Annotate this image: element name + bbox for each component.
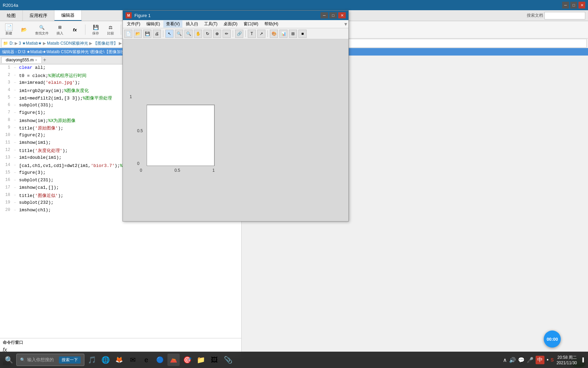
menu-view[interactable]: 查看(V) [163,20,182,28]
fig-colormap-btn[interactable]: 🎨 [270,30,278,38]
taskbar-app2-icon[interactable]: 🎯 [181,354,193,366]
fig-sep-4 [267,30,268,37]
tab-plot[interactable]: 绘图 [0,10,23,21]
x-axis-label-end: 1 [212,168,215,173]
maximize-button[interactable]: □ [570,2,577,9]
save-button[interactable]: 💾 保存 [89,22,102,37]
fig-sep-3 [245,30,246,37]
tab-editor[interactable]: 编辑器 [54,10,82,21]
new-file-button[interactable]: 📄 新建 [3,22,15,37]
axes-right-line [214,105,214,166]
taskbar-gallery-icon[interactable]: 🖼 [208,354,220,366]
fig-print-btn[interactable]: 🖨 [153,30,161,38]
taskbar-files-icon[interactable]: 📁 [195,354,207,366]
fig-sep-2 [233,30,233,37]
axes-top-line [147,105,214,105]
fig-brush-btn[interactable]: ✏ [223,30,231,38]
systray-ime[interactable]: 中 [536,356,544,364]
fig-show-legend-btn[interactable]: ■ [298,30,307,38]
plot-axes [147,105,215,166]
taskbar-ie-icon[interactable]: e [140,354,152,366]
taskbar-chrome-icon[interactable]: 🔵 [154,354,166,366]
figure1-minimize[interactable]: ─ [321,12,328,18]
fig-sep-1 [163,30,163,37]
bc-image-proc[interactable]: 【图像处理】 [93,41,118,46]
fig-rotate-btn[interactable]: ↻ [203,30,212,38]
fig-new-btn[interactable]: 📄 [124,30,132,38]
fig-show-grid-btn[interactable]: ⊞ [289,30,297,38]
menu-expand-icon[interactable]: ▾ [344,21,347,27]
taskbar-firefox-icon[interactable]: 🦊 [113,354,125,366]
timer-circle[interactable]: 00:00 [544,331,561,348]
bc-drive[interactable]: D: [10,41,14,46]
fig-data-cursor-btn[interactable]: ⊕ [213,30,221,38]
search-docs-label: 搜索文档 [527,13,543,18]
taskbar-time[interactable]: 20:58 周二 2021/11/30 [556,355,577,365]
fig-insert-arrow-btn[interactable]: ↗ [257,30,265,38]
fig-zoom-in-btn[interactable]: 🔍 [175,30,183,38]
open-file-button[interactable]: 📂 [18,25,30,34]
figure1-logo: M [126,12,132,18]
systray-dot[interactable]: • [546,357,549,363]
taskbar-search-icon[interactable]: 🔍 [3,354,15,366]
taskbar-mail-icon[interactable]: ✉ [127,354,139,366]
breadcrumb-icon: 📁 [3,41,8,46]
figure1-window: M Figure 1 ─ □ ✕ 文件(F) 编辑(E) 查看(V) 插入(I)… [122,10,349,221]
systray-network[interactable]: 💬 [518,357,525,363]
search-btn[interactable]: 搜索一下 [59,356,81,364]
fx-button[interactable]: fx [69,25,81,34]
fig-insert-text-btn[interactable]: T [248,30,256,38]
taskbar: 🔍 🔍 输入你想搜的 搜索一下 🎵 🌐 🦊 ✉ e 🔵 🎯 📁 🖼 📎 ∧ 🔊 … [0,352,588,368]
search-icon: 🔍 [20,357,25,362]
add-tab-btn[interactable]: + [43,57,46,63]
taskbar-browser1-icon[interactable]: 🌐 [99,354,112,366]
menu-file[interactable]: 文件(F) [124,20,143,28]
fig-save-btn[interactable]: 💾 [143,30,151,38]
fig-open-btn[interactable]: 📂 [134,30,142,38]
close-button[interactable]: ✕ [578,2,585,9]
menu-desktop[interactable]: 桌面(D) [221,20,240,28]
fig-zoom-out-btn[interactable]: 🔍 [184,30,193,38]
figure1-close[interactable]: ✕ [338,12,346,18]
find-file-button[interactable]: 🔍 查找文件 [33,22,51,37]
taskbar-right: ∧ 🔊 💬 🎤 中 • S 20:58 周二 2021/11/30 ▐ [503,355,585,365]
fig-cursor-btn[interactable]: ↖ [165,30,174,38]
menu-insert[interactable]: 插入(I) [183,20,200,28]
taskbar-search-box[interactable]: 🔍 输入你想搜的 搜索一下 [16,354,84,366]
systray-sohu[interactable]: S [551,357,554,363]
menu-tools[interactable]: 工具(T) [201,20,220,28]
search-docs-input[interactable] [544,12,585,19]
figure1-menu-bar: 文件(F) 编辑(E) 查看(V) 插入(I) 工具(T) 桌面(D) 窗口(W… [123,20,348,28]
taskbar-matlab-icon[interactable] [167,354,180,366]
compare-button[interactable]: ⚖ 比较 [104,22,117,37]
plot-container: 1 0.5 0 0 0.5 1 [140,98,215,166]
systray-mic[interactable]: 🎤 [527,357,534,363]
x-axis-label-start: 0 [140,168,142,173]
fig-pan-btn[interactable]: ✋ [194,30,202,38]
y-axis-label-mid: 0.5 [137,128,143,133]
figure1-plot-area: 1 0.5 0 0 0.5 1 [123,39,348,221]
figure1-restore[interactable]: □ [329,12,337,18]
taskbar-misc-icon[interactable]: 📎 [222,354,234,366]
fig-link-btn[interactable]: 🔗 [235,30,243,38]
editor-tab-diaoyong[interactable]: diaoyong555.m × [1,57,42,63]
insert-button[interactable]: ⊞ 插入 [54,22,66,37]
systray-expand[interactable]: ∧ [503,357,507,363]
show-desktop-btn[interactable]: ▐ [579,357,585,362]
systray-volume[interactable]: 🔊 [509,357,516,363]
figure1-title: Figure 1 [134,13,151,18]
taskbar-music-icon[interactable]: 🎵 [86,354,98,366]
title-bar-controls: ─ □ ✕ [562,2,585,9]
menu-window[interactable]: 窗口(W) [241,20,261,28]
bc-matlab[interactable]: 3 ★Matlab★ [19,41,42,46]
minimize-button[interactable]: ─ [562,2,569,9]
search-placeholder: 输入你想搜的 [27,357,54,363]
menu-help[interactable]: 帮助(H) [262,20,281,28]
bc-matalb[interactable]: Matalb CSDN紫极神光 [47,41,88,46]
command-label: 命令行窗口 [3,340,239,346]
menu-edit[interactable]: 编辑(E) [144,20,163,28]
close-tab-btn[interactable]: × [35,58,37,62]
tab-apps[interactable]: 应用程序 [23,10,54,21]
title-bar-text: R2014a [3,3,18,8]
fig-show-plots-btn[interactable]: 📊 [279,30,288,38]
